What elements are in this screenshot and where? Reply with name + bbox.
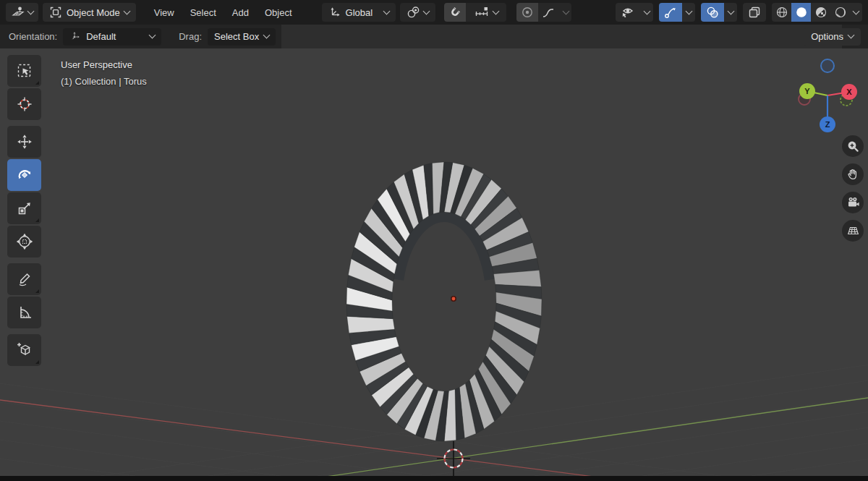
magnet-icon: [448, 6, 461, 19]
tool-move[interactable]: [7, 126, 41, 158]
shading-dropdown[interactable]: [850, 3, 862, 22]
menu-select[interactable]: Select: [182, 3, 224, 22]
tool-rotate[interactable]: [7, 159, 41, 191]
chevron-down-icon: [123, 7, 130, 14]
header-right-cluster: [616, 3, 862, 22]
chevron-down-icon: [27, 7, 35, 14]
chevron-down-icon: [727, 7, 734, 14]
pan-button[interactable]: [842, 163, 864, 185]
tool-annotate[interactable]: [7, 263, 41, 295]
wireframe-shading-icon: [775, 6, 788, 19]
proportional-edit-toggle[interactable]: [516, 3, 538, 22]
gizmos-group: [659, 3, 695, 22]
camera-view-button[interactable]: [842, 192, 864, 213]
falloff-chevron[interactable]: [560, 3, 571, 22]
proportional-edit-icon: [521, 6, 534, 19]
scene-svg[interactable]: [0, 48, 868, 476]
navigation-axis-gizmo[interactable]: Y X Z: [793, 55, 862, 139]
tool-settings-bar: Orientation: Default Drag: Select Box: [0, 25, 868, 48]
tool-cursor[interactable]: [7, 88, 41, 120]
overlays-icon: [705, 5, 720, 20]
transform-orientation-dropdown[interactable]: Global: [322, 3, 396, 22]
cursor-tool-icon: [16, 95, 33, 113]
toggle-xray-button[interactable]: [743, 3, 766, 22]
chevron-down-icon: [423, 7, 430, 14]
hand-icon: [846, 168, 859, 181]
show-gizmos-toggle[interactable]: [659, 3, 682, 22]
tool-measure[interactable]: [7, 297, 41, 328]
drag-label: Drag:: [179, 31, 202, 42]
add-cube-icon: [15, 341, 34, 359]
axis-ball-negative-z[interactable]: [821, 59, 834, 72]
shading-wireframe-button[interactable]: [772, 3, 791, 22]
move-tool-icon: [16, 133, 33, 150]
menu-object[interactable]: Object: [257, 3, 300, 22]
snap-toggle-button[interactable]: [444, 3, 466, 22]
snap-settings-dropdown[interactable]: [466, 3, 506, 22]
chevron-down-icon: [848, 32, 855, 39]
mode-dropdown[interactable]: Object Mode: [43, 3, 136, 22]
chevron-down-icon: [149, 32, 156, 39]
measure-icon: [16, 304, 33, 321]
zoom-button[interactable]: [842, 135, 864, 157]
toggle-ortho-button[interactable]: [842, 220, 864, 242]
axis-ball-z[interactable]: Z: [820, 116, 835, 132]
chevron-down-icon: [383, 7, 391, 14]
mode-label: Object Mode: [67, 7, 120, 18]
orientation-axes-icon: [328, 6, 341, 19]
tool-add-cube[interactable]: [7, 334, 41, 366]
3d-viewport-editor-icon: [11, 6, 25, 19]
chevron-down-icon: [643, 7, 650, 14]
axis-y-label: Y: [804, 87, 810, 95]
axis-ball-x[interactable]: X: [841, 84, 857, 100]
overlays-group: [701, 3, 737, 22]
menu-view[interactable]: View: [146, 3, 182, 22]
orientation-label: Orientation:: [9, 31, 57, 42]
axis-ball-y[interactable]: Y: [799, 83, 815, 99]
drag-mode-dropdown[interactable]: Select Box: [208, 28, 276, 46]
chevron-down-icon: [562, 7, 569, 14]
blender-window: Object Mode View Select Add Object Globa…: [0, 0, 868, 481]
window-bottom-edge: [0, 476, 868, 481]
pivot-point-dropdown[interactable]: [400, 3, 435, 22]
shading-solid-button[interactable]: [791, 3, 811, 22]
solid-shading-icon: [795, 6, 808, 19]
shading-rendered-button[interactable]: [830, 3, 850, 22]
select-box-icon: [16, 62, 33, 80]
3d-viewport[interactable]: User Perspective (1) Collection | Torus: [0, 48, 868, 476]
shading-mode-group: [772, 3, 862, 22]
grid-perspective-icon: [846, 224, 860, 237]
orientation-value: Global: [346, 7, 373, 18]
snap-increment-icon: [474, 6, 490, 19]
tool-select-box[interactable]: [7, 55, 41, 87]
chevron-down-icon: [853, 7, 860, 14]
camera-icon: [846, 196, 860, 209]
axis-x-label: X: [846, 88, 852, 96]
tool-transform[interactable]: [7, 226, 41, 257]
chevron-down-icon: [493, 7, 500, 14]
orientation-value: Default: [86, 31, 116, 42]
menu-bar: View Select Add Object: [146, 3, 300, 22]
shading-material-button[interactable]: [811, 3, 830, 22]
chevron-down-icon: [685, 7, 692, 14]
gizmos-dropdown[interactable]: [682, 3, 695, 22]
object-mode-icon: [49, 6, 62, 19]
object-visibility-dropdown[interactable]: [616, 3, 653, 22]
tool-scale[interactable]: [7, 192, 41, 224]
axis-z-label: Z: [825, 120, 830, 129]
overlays-dropdown[interactable]: [724, 3, 737, 22]
menu-add[interactable]: Add: [224, 3, 257, 22]
pivot-point-icon: [407, 6, 421, 19]
options-label: Options: [811, 31, 843, 42]
show-overlays-toggle[interactable]: [701, 3, 724, 22]
scale-tool-icon: [16, 200, 33, 217]
editor-type-dropdown[interactable]: [6, 3, 38, 22]
show-object-types-icon: [620, 5, 636, 20]
orientation-dropdown[interactable]: Default: [63, 28, 161, 46]
options-dropdown[interactable]: Options: [804, 28, 861, 46]
toolbar: [7, 55, 41, 367]
falloff-curve-icon: [542, 6, 556, 19]
falloff-dropdown[interactable]: [538, 3, 560, 22]
zoom-icon: [846, 140, 859, 153]
material-preview-shading-icon: [814, 6, 827, 19]
